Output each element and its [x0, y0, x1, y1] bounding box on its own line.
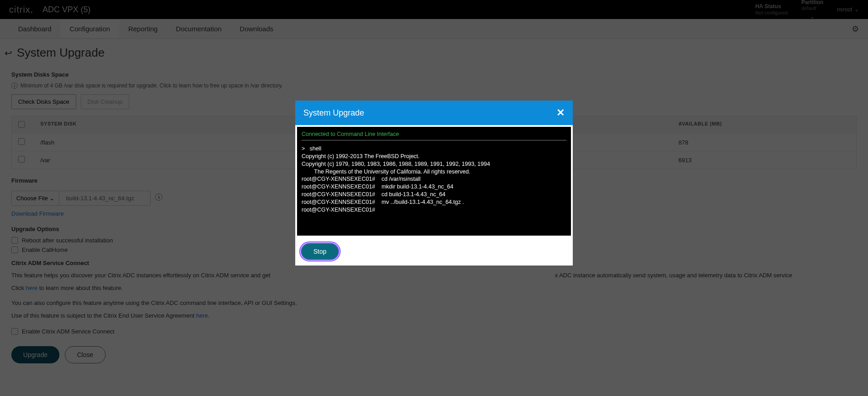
console-line: root@CGY-XENNSEXEC01# mv ../build-13.1-4… — [302, 198, 566, 206]
console-line: The Regents of the University of Califor… — [302, 168, 566, 176]
system-upgrade-modal: System Upgrade ✕ Connected to Command Li… — [295, 101, 573, 266]
console-line: root@CGY-XENNSEXEC01# cd build-13.1-4.43… — [302, 191, 566, 198]
stop-button[interactable]: Stop — [301, 243, 339, 260]
console-line: Copyright (c) 1992-2013 The FreeBSD Proj… — [302, 153, 566, 160]
console-output: Connected to Command Line Interface > sh… — [297, 127, 571, 236]
close-icon[interactable]: ✕ — [556, 107, 565, 119]
console-status-line: Connected to Command Line Interface — [302, 130, 566, 140]
console-line: > shell — [302, 145, 566, 153]
modal-title: System Upgrade — [303, 108, 364, 118]
console-line: root@CGY-XENNSEXEC01# — [302, 206, 566, 214]
modal-header: System Upgrade ✕ — [295, 101, 573, 125]
console-line: Copyright (c) 1979, 1980, 1983, 1986, 19… — [302, 160, 566, 168]
console-line: root@CGY-XENNSEXEC01# mkdir build-13.1-4… — [302, 183, 566, 191]
modal-footer: Stop — [295, 237, 573, 266]
console-line: root@CGY-XENNSEXEC01# cd /var/nsinstall — [302, 175, 566, 183]
modal-overlay: System Upgrade ✕ Connected to Command Li… — [0, 0, 868, 396]
